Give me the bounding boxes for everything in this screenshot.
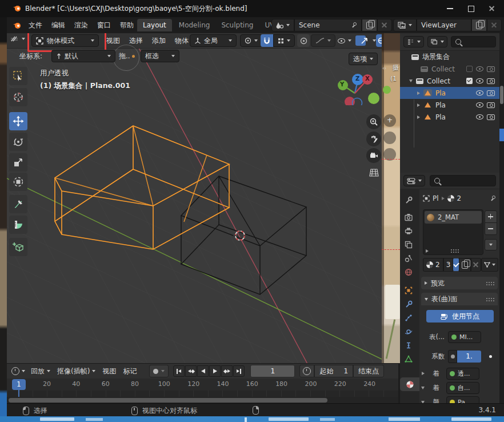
factor-socket[interactable] — [448, 350, 457, 363]
tab-scene[interactable] — [400, 252, 417, 265]
outliner-row-scene-collection[interactable]: 场景集合 — [400, 51, 499, 63]
expand-icon[interactable] — [417, 116, 420, 119]
mode-dropdown[interactable]: 物体模式 — [31, 34, 99, 47]
next-keyframe-button[interactable] — [221, 365, 233, 377]
tab-modifiers[interactable] — [400, 297, 417, 311]
hide-eye-icon[interactable] — [476, 66, 483, 71]
panel-grip[interactable] — [486, 281, 494, 285]
hide-eye-icon[interactable] — [476, 114, 483, 120]
falloff-dropdown[interactable] — [311, 34, 335, 47]
viewport-3d[interactable]: 物体模式 视图 选择 添加 物体 全局 — [7, 33, 382, 363]
tab-render[interactable] — [400, 210, 417, 224]
resize-grip[interactable] — [450, 249, 459, 253]
blender-menu-icon[interactable] — [13, 21, 22, 31]
tool-add-cube[interactable] — [9, 238, 27, 256]
hide-eye-icon[interactable] — [476, 78, 483, 83]
timeline-editor-type-dropdown[interactable] — [9, 367, 27, 375]
render-camera-icon[interactable] — [487, 114, 495, 120]
breadcrumb-object[interactable]: Pl — [433, 194, 439, 202]
node-specials-dropdown[interactable] — [481, 258, 498, 272]
box-select-dropdown[interactable]: 框选 — [141, 50, 179, 62]
drag-dropdown[interactable]: 拖.. — [119, 51, 135, 61]
material-slot-row[interactable]: 2_MAT — [425, 211, 482, 224]
fake-user-button[interactable] — [453, 258, 459, 271]
tab-modeling[interactable]: Modeling — [174, 19, 215, 31]
render-camera-icon[interactable] — [487, 78, 495, 84]
slot-add-button[interactable] — [485, 210, 497, 223]
proportional-editing-button[interactable] — [297, 34, 310, 47]
breadcrumb-material[interactable]: 2 — [457, 194, 462, 202]
gizmo-axis-y[interactable]: Y — [340, 81, 344, 87]
use-nodes-button[interactable]: 使用节点 — [426, 310, 494, 323]
properties-editor-type-dropdown[interactable] — [403, 175, 425, 186]
tab-sculpting[interactable]: Sculpting — [217, 19, 258, 31]
material-users-button[interactable]: 3 — [443, 258, 454, 272]
tool-scale[interactable] — [9, 153, 27, 172]
menu-render[interactable]: 渲染 — [70, 21, 93, 30]
keyframe-dot[interactable] — [489, 355, 492, 358]
menu-help[interactable]: 帮助 — [115, 21, 138, 30]
close-button[interactable] — [489, 6, 495, 11]
render-camera-icon[interactable] — [487, 90, 495, 96]
outliner-row-object-selected[interactable]: Pla — [400, 87, 499, 99]
tab-constraints[interactable] — [400, 339, 417, 352]
snap-toggle-button[interactable] — [261, 34, 273, 47]
tab-view-layer[interactable] — [400, 238, 417, 252]
material-slot-list[interactable]: 2_MAT — [423, 209, 483, 255]
menu-playback[interactable]: 回放 — [27, 367, 54, 376]
tab-particles[interactable] — [400, 311, 417, 325]
tool-transform[interactable] — [9, 173, 27, 191]
material-copy-button[interactable] — [459, 258, 471, 272]
prev-keyframe-button[interactable] — [185, 365, 197, 377]
render-camera-icon[interactable] — [487, 66, 495, 72]
shader-dropdown[interactable]: MI... — [448, 331, 481, 343]
tab-physics[interactable] — [400, 325, 417, 339]
minimize-button[interactable] — [447, 8, 453, 9]
scene-name-field[interactable]: Scene — [294, 19, 362, 31]
frame-end-field[interactable]: 结束点 — [353, 365, 384, 377]
overlays-toggle[interactable] — [376, 34, 382, 47]
panel-surface[interactable]: 表(曲)面 — [421, 293, 498, 305]
gizmo-axis-z[interactable]: Z — [355, 75, 359, 82]
auto-keyframe-button[interactable] — [149, 365, 169, 377]
tab-tool[interactable] — [400, 193, 417, 207]
nav-ortho-button[interactable] — [366, 165, 381, 180]
panel-grip[interactable] — [486, 297, 494, 301]
material-datablock[interactable]: 2 — [423, 258, 443, 272]
playhead-badge[interactable]: 1 — [12, 379, 26, 390]
shader-dropdown[interactable]: 透... — [446, 368, 479, 380]
factor-value-field[interactable]: 1. — [457, 351, 481, 363]
scene-unlink-button[interactable] — [377, 19, 392, 31]
hide-eye-icon[interactable] — [476, 90, 483, 95]
properties-search-input[interactable] — [430, 175, 496, 186]
pivot-dropdown[interactable] — [240, 34, 262, 47]
maximize-button[interactable] — [468, 6, 474, 12]
panel-preview[interactable]: 预览 — [421, 277, 498, 289]
viewlayer-remove-button[interactable] — [487, 19, 502, 31]
scene-new-copy-button[interactable] — [362, 19, 377, 31]
outliner-row-collection[interactable]: Collect — [400, 75, 499, 87]
expand-icon[interactable] — [417, 103, 420, 107]
play-button[interactable] — [209, 365, 221, 377]
orientation-dropdown[interactable]: 全局 — [190, 34, 237, 47]
menu-view[interactable]: 视图 — [102, 36, 125, 46]
outliner-search-input[interactable] — [451, 36, 496, 47]
frame-start-field[interactable]: 起始 1 — [314, 365, 353, 377]
slot-remove-button[interactable] — [485, 222, 497, 235]
menu-add[interactable]: 添加 — [147, 36, 170, 46]
tab-world[interactable] — [400, 265, 417, 279]
slot-list-expand-icon[interactable] — [426, 249, 429, 253]
menu-file[interactable]: 文件 — [24, 21, 47, 30]
menu-select[interactable]: 选择 — [125, 36, 147, 46]
menu-keying[interactable]: 抠像(插帧) — [54, 367, 99, 376]
gizmo-axis-x[interactable]: X — [365, 75, 370, 82]
coord-system-dropdown[interactable]: 默认 — [51, 50, 115, 62]
tab-material-active[interactable] — [400, 377, 419, 391]
tool-annotate[interactable] — [9, 195, 27, 213]
slot-specials-dropdown[interactable] — [485, 239, 497, 250]
tab-object[interactable] — [400, 284, 417, 297]
jump-to-end-button[interactable] — [233, 365, 245, 377]
nav-camera-button[interactable] — [366, 148, 381, 163]
options-dropdown[interactable]: 选项 — [349, 53, 378, 65]
menu-view[interactable]: 视图 — [99, 367, 119, 376]
